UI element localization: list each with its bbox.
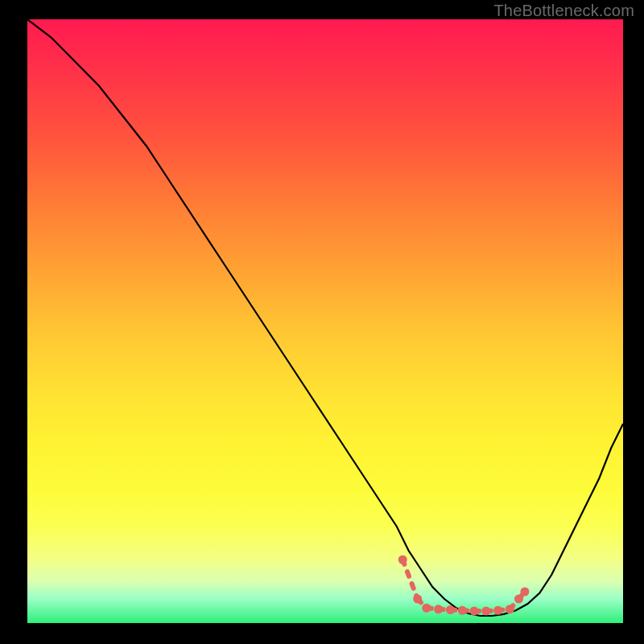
plot-area	[27, 19, 623, 623]
marker-segment	[402, 559, 418, 599]
chart-svg	[27, 19, 623, 623]
marker-dot	[422, 604, 431, 613]
main-curve	[27, 19, 623, 616]
marker-dot	[413, 595, 422, 604]
chart-frame: TheBottleneck.com	[0, 0, 644, 644]
marker-dot	[434, 605, 443, 613]
marker-dot	[514, 595, 523, 604]
marker-dot	[520, 588, 529, 597]
marker-dot	[446, 605, 455, 614]
marker-dot	[470, 607, 479, 616]
marker-dot	[398, 555, 407, 564]
marker-dot	[493, 606, 502, 615]
marker-dot	[481, 607, 490, 616]
watermark-label: TheBottleneck.com	[493, 2, 634, 20]
marker-dot	[458, 606, 467, 615]
marker-dot	[506, 605, 514, 613]
